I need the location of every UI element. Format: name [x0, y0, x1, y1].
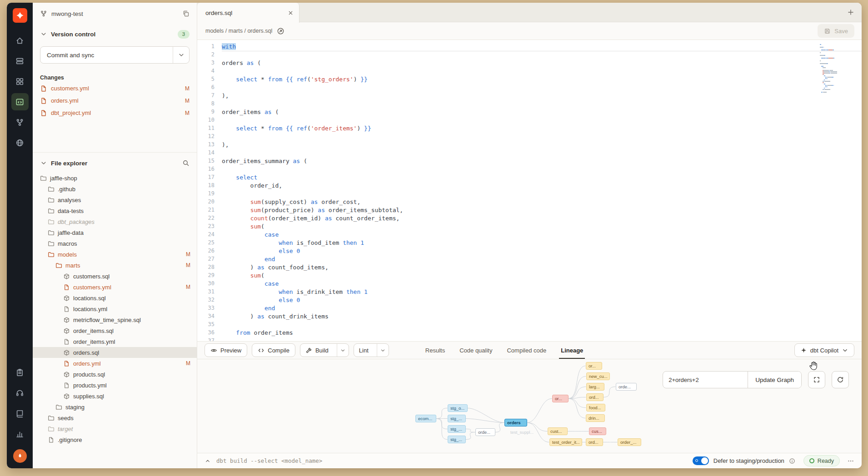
- search-icon[interactable]: [182, 159, 190, 167]
- code-line[interactable]: from order_items: [222, 329, 862, 337]
- lineage-node[interactable]: stg_o...: [448, 404, 468, 412]
- code-content[interactable]: withorders as ( select * from {{ ref('st…: [222, 40, 862, 341]
- code-line[interactable]: ) as count_drink_items: [222, 313, 862, 321]
- lineage-node[interactable]: orde...: [475, 428, 495, 436]
- code-line[interactable]: when is_drink_item then 1: [222, 288, 862, 297]
- code-line[interactable]: with: [222, 43, 862, 51]
- tree-item-order-items-sql[interactable]: order_items.sql: [33, 325, 197, 336]
- lineage-node[interactable]: ecom...: [415, 415, 436, 422]
- defer-toggle[interactable]: [693, 456, 709, 465]
- stack-icon[interactable]: [11, 52, 29, 69]
- code-line[interactable]: when is_food_item then 1: [222, 239, 862, 248]
- code-line[interactable]: case: [222, 280, 862, 288]
- grid-icon[interactable]: [11, 73, 29, 90]
- version-control-header[interactable]: Version control 3: [40, 28, 190, 40]
- code-line[interactable]: select * from {{ ref('order_items') }}: [222, 125, 862, 133]
- code-editor[interactable]: 1234567891011121314151617181920212223242…: [197, 40, 862, 341]
- tree-item-macros[interactable]: macros: [33, 238, 197, 249]
- tree-item-staging[interactable]: staging: [33, 402, 197, 412]
- code-line[interactable]: [222, 166, 862, 174]
- code-line[interactable]: order_id,: [222, 182, 862, 190]
- lineage-node[interactable]: stg_...: [448, 415, 466, 422]
- code-line[interactable]: order_items_summary as (: [222, 158, 862, 166]
- panel-tab-results[interactable]: Results: [418, 342, 452, 359]
- ide-icon[interactable]: [11, 93, 29, 110]
- tree-item-locations-sql[interactable]: locations.sql: [33, 293, 197, 303]
- lineage-node[interactable]: new_cu...: [586, 372, 610, 380]
- lineage-node[interactable]: larg...: [586, 383, 604, 391]
- code-line[interactable]: [222, 100, 862, 109]
- code-line[interactable]: [222, 190, 862, 198]
- lineage-node[interactable]: drin...: [586, 414, 605, 422]
- commit-and-sync-button[interactable]: Commit and sync: [40, 46, 190, 64]
- lineage-node[interactable]: test_suppl...: [508, 428, 538, 436]
- home-icon[interactable]: [11, 32, 29, 49]
- tree-item-jaffle-data[interactable]: jaffle-data: [33, 227, 197, 238]
- code-line[interactable]: end: [222, 305, 862, 313]
- lineage-node[interactable]: test_order_it...: [549, 438, 582, 446]
- tree-item-products-sql[interactable]: products.sql: [33, 369, 197, 380]
- tree-item-data-tests[interactable]: data-tests: [33, 205, 197, 216]
- code-line[interactable]: else 0: [222, 297, 862, 305]
- tree-item--github[interactable]: .github: [33, 183, 197, 194]
- lineage-node[interactable]: or...: [552, 395, 569, 402]
- save-button[interactable]: Save: [818, 24, 854, 38]
- branch-icon[interactable]: [11, 114, 29, 131]
- code-line[interactable]: ),: [222, 141, 862, 149]
- tree-item-customers-yml[interactable]: customers.yml M: [33, 282, 197, 293]
- build-button[interactable]: Build: [300, 343, 349, 357]
- open-lineage-icon[interactable]: [277, 27, 284, 35]
- lineage-node[interactable]: ord...: [586, 438, 603, 446]
- tree-item-marts[interactable]: marts M: [33, 260, 197, 271]
- tree-item-products-yml[interactable]: products.yml: [33, 380, 197, 391]
- code-line[interactable]: else 0: [222, 248, 862, 256]
- refresh-button[interactable]: [832, 371, 849, 388]
- lineage-node[interactable]: stg_...: [448, 425, 466, 433]
- lineage-node[interactable]: food...: [586, 404, 605, 412]
- code-line[interactable]: [222, 68, 862, 76]
- book-icon[interactable]: [11, 405, 29, 422]
- code-line[interactable]: [222, 117, 862, 125]
- panel-tab-code-quality[interactable]: Code quality: [452, 342, 499, 359]
- panel-tab-lineage[interactable]: Lineage: [554, 342, 590, 359]
- headset-icon[interactable]: [11, 384, 29, 402]
- expand-command-bar-button[interactable]: [205, 458, 211, 464]
- changed-file-row[interactable]: customers.yml M: [40, 84, 190, 93]
- tree-item-seeds[interactable]: seeds: [33, 412, 197, 423]
- user-avatar[interactable]: [13, 449, 27, 463]
- tree-item-dbt-packages[interactable]: dbt_packages: [33, 216, 197, 227]
- dbt-logo[interactable]: [13, 8, 27, 23]
- tree-item-supplies-sql[interactable]: supplies.sql: [33, 391, 197, 402]
- code-line[interactable]: case: [222, 231, 862, 239]
- code-line[interactable]: sum(: [222, 223, 862, 231]
- compile-button[interactable]: Compile: [252, 343, 295, 357]
- tree-item-orders-yml[interactable]: orders.yml M: [33, 358, 197, 369]
- tab-orders-sql[interactable]: orders.sql: [197, 3, 299, 23]
- lineage-node[interactable]: orde...: [616, 383, 637, 391]
- minimap[interactable]: [820, 44, 854, 94]
- code-line[interactable]: sum(: [222, 272, 862, 280]
- code-line[interactable]: select * from {{ ref('stg_orders') }}: [222, 76, 862, 84]
- lineage-node[interactable]: or...: [586, 362, 602, 370]
- tree-item-target[interactable]: target: [33, 423, 197, 434]
- code-line[interactable]: sum(supply_cost) as order_cost,: [222, 198, 862, 207]
- lineage-node[interactable]: orders: [504, 419, 527, 426]
- fullscreen-button[interactable]: [808, 371, 825, 388]
- lineage-node[interactable]: cust...: [548, 427, 568, 435]
- chart-icon[interactable]: [11, 425, 29, 442]
- new-tab-button[interactable]: [847, 9, 854, 16]
- dbt-copilot-button[interactable]: dbt Copilot: [794, 343, 854, 357]
- project-switcher[interactable]: mwong-test: [33, 3, 197, 25]
- lineage-node[interactable]: cus...: [589, 427, 606, 435]
- code-line[interactable]: end: [222, 256, 862, 264]
- tree-item-metricflow-time-spine-sql[interactable]: metricflow_time_spine.sql: [33, 314, 197, 325]
- lint-options-dropdown[interactable]: [377, 344, 389, 357]
- commit-options-dropdown[interactable]: [173, 47, 189, 63]
- clipboard-icon[interactable]: [11, 364, 29, 381]
- changed-file-row[interactable]: dbt_project.yml M: [40, 108, 190, 118]
- update-graph-button[interactable]: Update Graph: [748, 372, 801, 388]
- code-line[interactable]: [222, 337, 862, 341]
- tree-item-order-items-yml[interactable]: order_items.yml: [33, 336, 197, 347]
- tree-item-customers-sql[interactable]: customers.sql: [33, 271, 197, 282]
- panel-tab-compiled-code[interactable]: Compiled code: [499, 342, 554, 359]
